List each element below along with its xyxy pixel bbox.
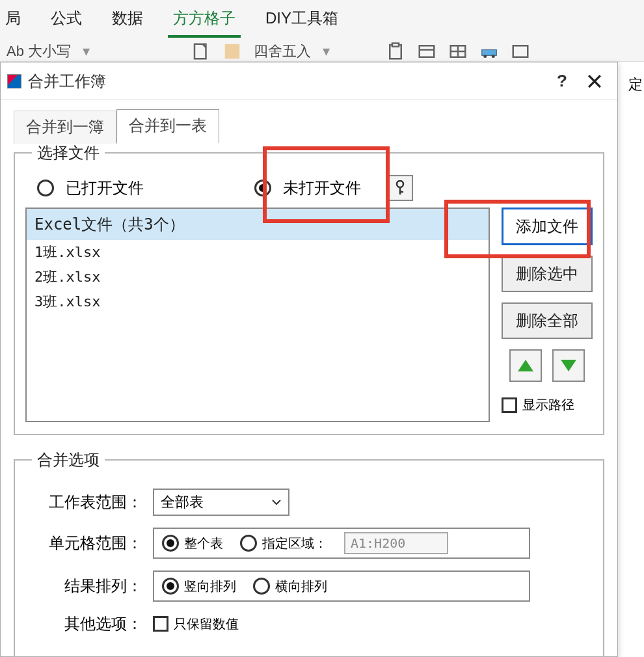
file-list-item[interactable]: 3班.xlsx — [27, 289, 489, 314]
car-icon[interactable] — [479, 42, 499, 61]
delete-selected-button[interactable]: 删除选中 — [502, 256, 593, 292]
key-icon — [394, 180, 406, 196]
chevron-down-icon — [271, 497, 282, 507]
radio-whole-sheet-label: 整个表 — [184, 535, 223, 552]
radio-unopened-files-label: 未打开文件 — [283, 178, 361, 198]
radio-whole-sheet[interactable] — [162, 535, 179, 552]
dialog-titlebar: 合并工作簿 ? — [1, 62, 617, 100]
delete-all-button[interactable]: 删除全部 — [502, 302, 593, 339]
radio-specified-range-label: 指定区域： — [262, 535, 327, 552]
radio-horizontal-label: 横向排列 — [275, 578, 327, 595]
dialog-title: 合并工作簿 — [28, 71, 546, 92]
background-text: 定 — [628, 75, 643, 94]
show-path-label: 显示路径 — [522, 396, 574, 414]
key-button[interactable] — [387, 175, 413, 201]
ribbon-tab-layout[interactable]: 局 — [0, 5, 26, 38]
label-cell-range: 单元格范围： — [45, 533, 142, 554]
label-arrangement: 结果排列： — [45, 576, 142, 597]
svg-rect-1 — [225, 44, 240, 59]
radio-vertical-label: 竖向排列 — [184, 578, 236, 595]
svg-rect-3 — [392, 44, 399, 47]
radio-opened-files[interactable] — [37, 180, 54, 196]
group-select-files-legend: 选择文件 — [32, 142, 105, 163]
checkbox-keep-values-label: 只保留数值 — [174, 615, 239, 633]
move-up-button[interactable] — [509, 349, 542, 382]
close-icon — [587, 74, 602, 88]
svg-point-10 — [483, 55, 487, 58]
help-button[interactable]: ? — [546, 68, 578, 94]
close-button[interactable] — [578, 68, 611, 94]
radio-unopened-files[interactable] — [254, 180, 271, 196]
radio-horizontal[interactable] — [253, 578, 270, 595]
combo-sheet-range-value: 全部表 — [161, 492, 204, 512]
ribbon-toolbar: Ab 大小写 ▾ 四舍五入 ▾ — [0, 38, 644, 61]
arrow-down-icon — [561, 360, 576, 371]
group-select-files: 选择文件 已打开文件 未打开文件 Excel文件（共3个） 1班.xlsx 2班… — [14, 142, 604, 435]
checkbox-keep-values[interactable] — [153, 616, 168, 632]
group-merge-options: 合并选项 工作表范围： 全部表 单元格范围： 整个表 指定区 — [14, 449, 604, 657]
file-list-item[interactable]: 1班.xlsx — [27, 240, 489, 265]
input-cell-range[interactable]: A1:H200 — [344, 532, 448, 554]
tab-merge-to-book[interactable]: 合并到一簿 — [14, 111, 116, 144]
combo-sheet-range[interactable]: 全部表 — [153, 489, 289, 516]
file-list-header: Excel文件（共3个） — [27, 209, 489, 240]
group-merge-options-legend: 合并选项 — [32, 449, 105, 470]
svg-rect-12 — [513, 46, 528, 57]
grid-icon[interactable] — [448, 42, 468, 61]
ribbon-tab-diy[interactable]: DIY工具箱 — [260, 5, 343, 38]
dialog-tabs: 合并到一簿 合并到一表 — [14, 109, 604, 144]
svg-rect-4 — [420, 46, 435, 57]
move-down-button[interactable] — [552, 349, 585, 382]
label-other-options: 其他选项： — [45, 613, 142, 634]
ribbon-tab-formula[interactable]: 公式 — [46, 5, 87, 38]
ribbon-round-button[interactable]: 四舍五入 — [254, 42, 311, 61]
table-icon[interactable] — [417, 42, 436, 61]
show-path-checkbox[interactable] — [502, 397, 517, 413]
radio-specified-range[interactable] — [240, 535, 257, 552]
merge-workbook-dialog: 合并工作簿 ? 合并到一簿 合并到一表 选择文件 已打开文件 未打开文件 — [0, 62, 618, 657]
svg-rect-9 — [482, 50, 497, 56]
add-file-button[interactable]: 添加文件 — [502, 208, 593, 245]
svg-point-11 — [492, 55, 495, 58]
table2-icon[interactable] — [511, 42, 530, 61]
file-list-item[interactable]: 2班.xlsx — [27, 265, 489, 289]
file-list[interactable]: Excel文件（共3个） 1班.xlsx 2班.xlsx 3班.xlsx — [25, 208, 490, 422]
dialog-icon — [7, 74, 21, 88]
svg-point-15 — [397, 181, 403, 187]
label-sheet-range: 工作表范围： — [45, 492, 142, 513]
radio-opened-files-label: 已打开文件 — [66, 178, 144, 198]
ribbon-tab-data[interactable]: 数据 — [107, 5, 148, 38]
page-icon — [191, 42, 211, 61]
ribbon-tabs: 局 公式 数据 方方格子 DIY工具箱 — [0, 0, 644, 38]
round-icon — [222, 42, 242, 61]
tab-merge-to-sheet[interactable]: 合并到一表 — [116, 109, 219, 144]
clipboard-icon[interactable] — [386, 42, 405, 61]
arrow-up-icon — [518, 360, 533, 371]
ribbon: 局 公式 数据 方方格子 DIY工具箱 Ab 大小写 ▾ 四舍五入 ▾ — [0, 0, 644, 62]
ribbon-case-button[interactable]: Ab 大小写 — [7, 42, 71, 61]
radio-vertical[interactable] — [162, 578, 179, 595]
ribbon-tab-ffgezi[interactable]: 方方格子 — [168, 5, 241, 38]
